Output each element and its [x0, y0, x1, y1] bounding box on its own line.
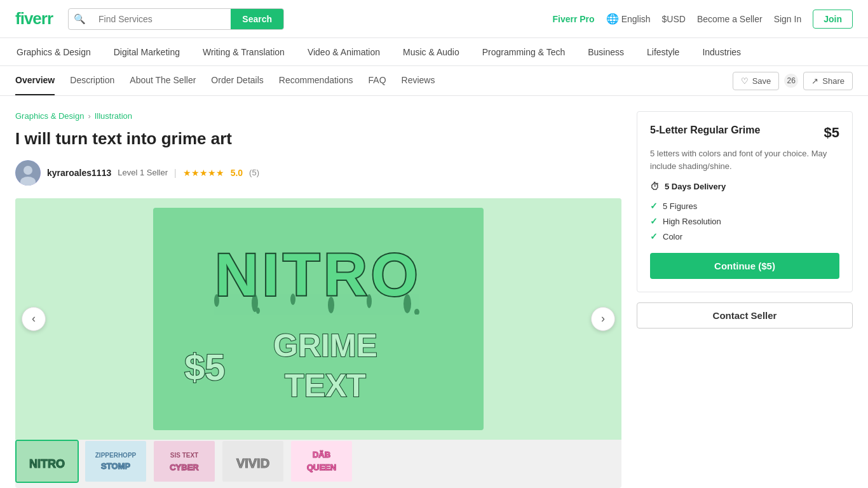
svg-text:NITRO: NITRO — [29, 458, 65, 470]
thumbnail-2[interactable]: ZIPPERHOPP STOMP — [84, 440, 147, 483]
tab-about-seller[interactable]: About The Seller — [130, 66, 196, 95]
sign-in-link[interactable]: Sign In — [774, 14, 802, 24]
nav-item-writing-translation[interactable]: Writing & Translation — [201, 38, 286, 66]
svg-text:SIS TEXT: SIS TEXT — [170, 452, 198, 459]
svg-point-9 — [403, 294, 411, 313]
save-count-badge: 26 — [784, 74, 798, 88]
content-left: Graphics & Design › Illustration I will … — [15, 111, 621, 488]
tab-faq[interactable]: FAQ — [369, 66, 386, 95]
svg-text:CYBER: CYBER — [170, 463, 199, 472]
svg-point-8 — [367, 294, 372, 308]
avatar[interactable] — [15, 160, 41, 186]
seller-info: kyraroales1113 Level 1 Seller | ★★★★★ 5.… — [15, 160, 621, 186]
avatar-image — [15, 160, 41, 186]
thumb-1-image: NITRO — [17, 441, 78, 482]
review-count: (5) — [249, 168, 259, 177]
search-bar: 🔍 Search — [68, 8, 284, 30]
thumb-1-svg: NITRO — [18, 444, 76, 479]
svg-point-1 — [24, 166, 32, 175]
svg-point-6 — [290, 294, 295, 305]
gallery-prev-button[interactable]: ‹ — [22, 307, 46, 331]
search-button[interactable]: Search — [231, 9, 283, 29]
header-right: Fiverr Pro 🌐 English $USD Become a Selle… — [552, 10, 853, 29]
thumb-4-svg: VIVID — [224, 444, 281, 479]
pricing-card: 5-Letter Regular Grime $5 5 letters with… — [637, 111, 853, 292]
grime-svg: GRIME — [249, 326, 402, 364]
svg-text:ZIPPERHOPP: ZIPPERHOPP — [95, 452, 137, 459]
feature-3-label: Color — [663, 232, 682, 241]
seller-name[interactable]: kyraroales1113 — [47, 168, 111, 178]
thumb-5-image: DÄB QUEEN — [291, 441, 352, 482]
tab-overview[interactable]: Overview — [15, 66, 55, 95]
svg-text:GRIME: GRIME — [273, 328, 377, 363]
join-button[interactable]: Join — [813, 10, 853, 29]
thumbnail-1[interactable]: NITRO — [15, 440, 79, 483]
svg-text:VIVID: VIVID — [236, 456, 269, 470]
nitro-svg: NITRO — [166, 232, 471, 315]
delivery-text: 5 Days Delivery — [665, 182, 726, 191]
continue-button[interactable]: Continue ($5) — [650, 253, 839, 279]
check-icon-3: ✓ — [650, 231, 658, 241]
logo[interactable]: fiverr — [15, 9, 53, 29]
gallery-next-button[interactable]: › — [591, 307, 615, 331]
become-seller-link[interactable]: Become a Seller — [697, 14, 763, 24]
share-button[interactable]: ↗ Share — [803, 72, 853, 90]
thumb-3-image: SIS TEXT CYBER — [154, 441, 215, 482]
nav-item-industries[interactable]: Industries — [701, 38, 742, 66]
svg-text:NITRO: NITRO — [215, 241, 422, 308]
svg-rect-20 — [156, 444, 213, 479]
share-label: Share — [822, 76, 844, 86]
thumbnail-5[interactable]: DÄB QUEEN — [290, 440, 353, 483]
tab-recommendations[interactable]: Recommendations — [279, 66, 353, 95]
grime-words: GRIME TEXT — [249, 326, 471, 406]
feature-1: ✓ 5 Figures — [650, 201, 839, 211]
svg-text:DÄB: DÄB — [313, 450, 330, 459]
thumbnail-4[interactable]: VIVID — [221, 440, 285, 483]
header: fiverr 🔍 Search Fiverr Pro 🌐 English $US… — [0, 0, 868, 38]
contact-seller-button[interactable]: Contact Seller — [637, 302, 853, 329]
globe-icon: 🌐 — [606, 13, 619, 25]
breadcrumb-child[interactable]: Illustration — [95, 111, 132, 121]
search-icon: 🔍 — [69, 13, 91, 25]
svg-point-11 — [256, 308, 260, 314]
nav-item-business[interactable]: Business — [587, 38, 625, 66]
check-icon-2: ✓ — [650, 216, 658, 226]
clock-icon: ⏱ — [650, 181, 660, 192]
grime-top-text: NITRO — [166, 232, 471, 316]
nav-item-graphics-design[interactable]: Graphics & Design — [15, 38, 92, 66]
feature-2-label: High Resolution — [663, 217, 721, 226]
tabs-actions: ♡ Save 26 ↗ Share — [733, 72, 853, 90]
save-button[interactable]: ♡ Save — [733, 72, 780, 90]
language-selector[interactable]: 🌐 English — [606, 13, 651, 25]
gallery-main-image: ‹ NITRO — [15, 198, 621, 440]
nav-item-lifestyle[interactable]: Lifestyle — [646, 38, 681, 66]
tab-reviews[interactable]: Reviews — [402, 66, 435, 95]
nav-item-programming-tech[interactable]: Programming & Tech — [481, 38, 566, 66]
svg-text:$5: $5 — [184, 347, 225, 388]
svg-text:TEXT: TEXT — [285, 368, 366, 403]
pricing-header: 5-Letter Regular Grime $5 — [650, 125, 839, 141]
feature-2: ✓ High Resolution — [650, 216, 839, 226]
nav-item-music-audio[interactable]: Music & Audio — [402, 38, 461, 66]
svg-rect-25 — [293, 444, 350, 479]
delivery-row: ⏱ 5 Days Delivery — [650, 181, 839, 192]
feature-3: ✓ Color — [650, 231, 839, 241]
thumb-2-image: ZIPPERHOPP STOMP — [85, 441, 146, 482]
search-input[interactable] — [91, 9, 231, 29]
divider: | — [174, 168, 177, 178]
gig-title: I will turn text into grime art — [15, 128, 621, 150]
breadcrumb-parent[interactable]: Graphics & Design — [15, 111, 84, 121]
thumb-4-image: VIVID — [222, 441, 283, 482]
package-name: 5-Letter Regular Grime — [650, 125, 760, 136]
nav-item-video-animation[interactable]: Video & Animation — [306, 38, 381, 66]
nav-item-digital-marketing[interactable]: Digital Marketing — [112, 38, 181, 66]
save-label: Save — [752, 76, 771, 86]
pricing-panel: 5-Letter Regular Grime $5 5 letters with… — [637, 111, 853, 488]
currency-selector[interactable]: $USD — [662, 14, 686, 24]
fiverr-pro-link[interactable]: Fiverr Pro — [552, 14, 594, 24]
tab-description[interactable]: Description — [70, 66, 114, 95]
features-list: ✓ 5 Figures ✓ High Resolution ✓ Color — [650, 201, 839, 241]
grime-art-display: NITRO — [153, 208, 484, 430]
thumbnail-3[interactable]: SIS TEXT CYBER — [153, 440, 216, 483]
tab-order-details[interactable]: Order Details — [211, 66, 263, 95]
